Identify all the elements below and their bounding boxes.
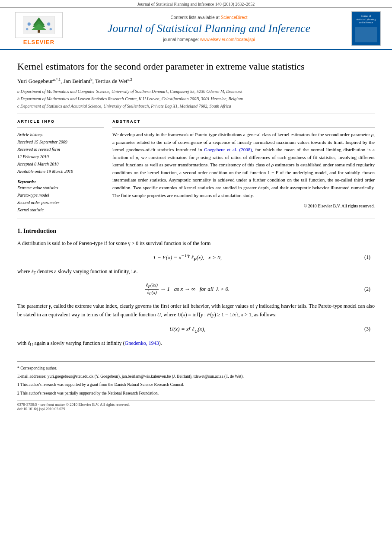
- affiliations: a Department of Mathematics and Computer…: [17, 88, 375, 109]
- eq1-number: (1): [353, 254, 370, 261]
- journal-homepage: journal homepage: www.elsevier.com/locat…: [69, 37, 349, 42]
- journal-title: Journal of Statistical Planning and Infe…: [69, 22, 349, 35]
- top-bar: Journal of Statistical Planning and Infe…: [0, 0, 392, 8]
- divider-abstract: [112, 127, 375, 127]
- divider-2: [17, 219, 375, 219]
- fn-2: 2 This author's research was partially s…: [17, 390, 375, 397]
- received-date: Received 15 September 2009: [17, 138, 104, 146]
- svg-point-7: [26, 28, 28, 30]
- gnedenko-ref[interactable]: Gnedenko, 1943: [125, 340, 159, 346]
- journal-info-bottom: 0378-3758/$ - see front matter © 2010 El…: [17, 400, 375, 411]
- available-date: Available online 19 March 2010: [17, 168, 104, 175]
- journal-thumbnail: journal ofstatistical planningand infere…: [351, 11, 381, 46]
- fn-email: E-mail addresses: yuri.goegebeur@stat.sd…: [17, 373, 375, 380]
- svg-point-6: [47, 22, 50, 25]
- svg-point-5: [28, 22, 31, 25]
- journal-thumb-text: journal ofstatistical planningand infere…: [356, 15, 376, 25]
- affil-b: b Department of Mathematics and Leuven S…: [17, 96, 375, 102]
- sciencedirect-link[interactable]: ScienceDirect: [221, 15, 248, 20]
- history-label: Article history:: [17, 131, 104, 138]
- elsevier-brand-text: ELSEVIER: [23, 39, 54, 45]
- keyword-2: Pareto-type model: [17, 191, 104, 199]
- elsevier-logo-area: ELSEVIER: [9, 12, 69, 45]
- homepage-url[interactable]: www.elsevier.com/locate/jspi: [200, 37, 255, 42]
- intro-para3: The parameter γ, called the extreme valu…: [17, 302, 375, 319]
- footnotes-area: * Corresponding author. E-mail addresses…: [17, 361, 375, 397]
- author-1: Yuri Goegebeura,*,1: [17, 78, 61, 84]
- journal-header-center: Contents lists available at ScienceDirec…: [69, 15, 349, 41]
- intro-para2: where ℓF denotes a slowly varying functi…: [17, 267, 375, 277]
- intro-para1: A distribution is said to be of Pareto-t…: [17, 239, 375, 248]
- elsevier-logo-image: [15, 12, 63, 38]
- divider-info: [17, 127, 104, 127]
- keyword-4: Kernel statistic: [17, 206, 104, 213]
- copyright-line: © 2010 Elsevier B.V. All rights reserved…: [112, 203, 375, 210]
- journal-header-right: journal ofstatistical planningand infere…: [349, 11, 383, 46]
- intro-para4: with ℓU again a slowly varying function …: [17, 339, 375, 348]
- article-info-abstract: ARTICLE INFO Article history: Received 1…: [17, 119, 375, 213]
- keyword-3: Second order parameter: [17, 199, 104, 206]
- issn-line: 0378-3758/$ - see front matter © 2010 El…: [17, 402, 375, 407]
- keywords-list: Extreme value statistics Pareto-type mod…: [17, 184, 104, 213]
- svg-point-8: [50, 28, 52, 30]
- equation-2: ℓF(λx) ℓF(x) → 1 as x → ∞ for all λ > 0.…: [17, 282, 375, 296]
- abstract-content: We develop and study in the framework of…: [112, 132, 375, 198]
- article-title: Kernel estimators for the second order p…: [17, 61, 375, 73]
- eq3-number: (3): [353, 326, 370, 332]
- fn-1: 1 This author's research was supported b…: [17, 382, 375, 388]
- article-info-column: ARTICLE INFO Article history: Received 1…: [17, 119, 104, 213]
- section-number: 1.: [17, 228, 22, 234]
- article-info-heading: ARTICLE INFO: [17, 119, 104, 124]
- divider-1: [17, 114, 375, 114]
- doi-line: doi:10.1016/j.jspi.2010.03.029: [17, 407, 375, 411]
- article-body: Kernel estimators for the second order p…: [0, 61, 392, 420]
- eq1-content: 1 − F(x) = x−1/γ ℓF(x), x > 0,: [22, 253, 353, 262]
- eq2-content: ℓF(λx) ℓF(x) → 1 as x → ∞ for all λ > 0.: [22, 282, 353, 296]
- revised-date: 12 February 2010: [17, 153, 104, 160]
- eq3-content: U(x) = xγ ℓU(x),: [22, 325, 353, 334]
- affil-a: a Department of Mathematics and Computer…: [17, 88, 375, 95]
- contents-line: Contents lists available at ScienceDirec…: [69, 15, 349, 20]
- abstract-ref-link[interactable]: Goegebeur et al. (2008): [204, 147, 252, 152]
- eq2-fraction: ℓF(λx) ℓF(x): [145, 282, 159, 296]
- journal-header: ELSEVIER Contents lists available at Sci…: [0, 8, 392, 50]
- intro-section-title: 1. Introduction: [17, 228, 375, 235]
- authors-line: Yuri Goegebeura,*,1, Jan Beirlantb, Tert…: [17, 77, 375, 85]
- author-2: Jan Beirlantb: [64, 78, 92, 84]
- journal-citation: Journal of Statistical Planning and Infe…: [137, 2, 255, 6]
- section-heading-text: Introduction: [23, 228, 56, 234]
- equation-1: 1 − F(x) = x−1/γ ℓF(x), x > 0, (1): [17, 253, 375, 262]
- elsevier-logo: ELSEVIER: [9, 12, 69, 45]
- accepted-date: Accepted 8 March 2010: [17, 160, 104, 168]
- abstract-text: We develop and study in the framework of…: [112, 131, 375, 210]
- abstract-heading: ABSTRACT: [112, 119, 375, 124]
- keywords-section: Keywords: Extreme value statistics Paret…: [17, 179, 104, 213]
- article-history: Article history: Received 15 September 2…: [17, 131, 104, 175]
- fn-corresponding: * Corresponding author.: [17, 365, 375, 372]
- equation-3: U(x) = xγ ℓU(x), (3): [17, 325, 375, 334]
- revised-label: Received in revised form: [17, 146, 104, 153]
- eq2-number: (2): [353, 286, 370, 293]
- journal-thumb-decoration: [355, 27, 377, 42]
- keywords-label: Keywords:: [17, 179, 104, 184]
- author-3: Tertius de Wetc,2: [95, 78, 132, 84]
- keyword-1: Extreme value statistics: [17, 184, 104, 191]
- affil-c: c Department of Statistics and Actuarial…: [17, 103, 375, 109]
- abstract-column: ABSTRACT We develop and study in the fra…: [112, 119, 375, 213]
